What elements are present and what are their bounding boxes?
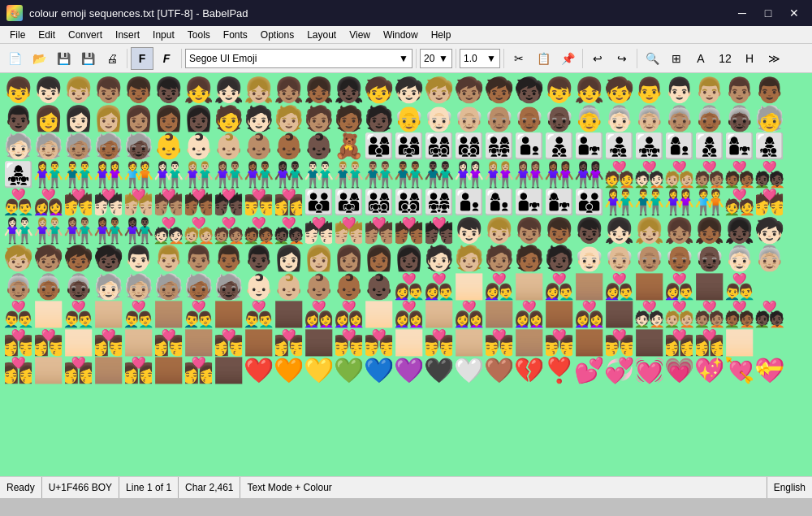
unicode-button[interactable]: A <box>689 47 712 70</box>
titlebar: 🎨 colour emoji sequences.txt [UTF-8] - B… <box>0 0 812 26</box>
minimize-button[interactable]: ─ <box>731 4 754 22</box>
font-size-selector[interactable]: 20 ▼ <box>420 49 452 68</box>
new-button[interactable]: 📄 <box>3 47 26 70</box>
status-position: U+1F466 BOY <box>42 477 119 498</box>
redo-button[interactable]: ↪ <box>611 47 633 70</box>
main-content[interactable]: 👦👦🏻👦🏼👦🏽👦🏾👦🏿👧👧🏻👧🏼👧🏽👧🏾👧🏿🧒🧒🏻🧒🏼🧒🏽🧒🏾🧒🏿👦👧🧒👨👨🏻👨… <box>0 73 812 476</box>
print-button[interactable]: 🖨 <box>101 47 123 70</box>
font-name-selector[interactable]: Segoe UI Emoji ▼ <box>185 49 412 68</box>
menu-tools[interactable]: Tools <box>181 28 217 42</box>
cut-button[interactable]: ✂ <box>508 47 530 70</box>
find-button[interactable]: 🔍 <box>641 47 663 70</box>
menu-fonts[interactable]: Fonts <box>217 28 254 42</box>
toolbar-separator-7 <box>637 49 637 68</box>
font-italic-button[interactable]: F <box>155 47 178 70</box>
copy-button[interactable]: 📋 <box>532 47 555 70</box>
menu-help[interactable]: Help <box>425 28 458 42</box>
font-bold-button[interactable]: F <box>131 47 153 70</box>
menu-layout[interactable]: Layout <box>300 28 343 42</box>
font-name-value: Segoe UI Emoji <box>189 53 257 64</box>
toolbar: 📄 📂 💾 💾 🖨 F F Segoe UI Emoji ▼ 20 ▼ 1.0 … <box>0 44 812 73</box>
maximize-button[interactable]: □ <box>757 4 780 22</box>
toolbar-separator-1 <box>127 49 127 68</box>
toolbar-separator-3 <box>416 49 417 68</box>
line-spacing-selector[interactable]: 1.0 ▼ <box>460 49 500 68</box>
paste-button[interactable]: 📌 <box>556 47 579 70</box>
font-size-value: 20 <box>424 53 434 64</box>
menu-options[interactable]: Options <box>254 28 300 42</box>
status-chars: Char 2,461 <box>179 477 240 498</box>
menu-file[interactable]: File <box>3 28 32 42</box>
statusbar: Ready U+1F466 BOY Line 1 of 1 Char 2,461… <box>0 476 812 498</box>
close-button[interactable]: ✕ <box>783 4 806 22</box>
font-name-dropdown-icon: ▼ <box>399 53 408 64</box>
app-icon: 🎨 <box>6 5 23 21</box>
save-as-button[interactable]: 💾 <box>76 47 99 70</box>
toolbar-separator-4 <box>456 49 456 68</box>
open-button[interactable]: 📂 <box>28 47 50 70</box>
window-controls: ─ □ ✕ <box>731 4 806 22</box>
window-title: colour emoji sequences.txt [UTF-8] - Bab… <box>29 7 248 20</box>
menu-insert[interactable]: Insert <box>109 28 146 42</box>
menu-input[interactable]: Input <box>146 28 181 42</box>
menu-view[interactable]: View <box>343 28 377 42</box>
menubar: File Edit Convert Insert Input Tools Fon… <box>0 26 812 44</box>
status-line: Line 1 of 1 <box>119 477 179 498</box>
undo-button[interactable]: ↩ <box>586 47 609 70</box>
font-size-dropdown-icon: ▼ <box>438 53 448 64</box>
line-spacing-value: 1.0 <box>464 53 477 64</box>
toolbar-separator-5 <box>503 49 504 68</box>
toolbar-separator-2 <box>181 49 182 68</box>
emoji-text: 👦👦🏻👦🏼👦🏽👦🏾👦🏿👧👧🏻👧🏼👧🏽👧🏾👧🏿🧒🧒🏻🧒🏼🧒🏽🧒🏾🧒🏿👦👧🧒👨👨🏻👨… <box>3 76 809 385</box>
char-map-button[interactable]: ⊞ <box>665 47 688 70</box>
toolbar-separator-6 <box>582 49 583 68</box>
save-button[interactable]: 💾 <box>52 47 75 70</box>
status-ready: Ready <box>0 477 42 498</box>
extra-button[interactable]: ≫ <box>762 47 785 70</box>
number-button[interactable]: 12 <box>714 47 736 70</box>
menu-edit[interactable]: Edit <box>32 28 62 42</box>
status-mode: Text Mode + Colour <box>240 477 767 498</box>
status-language: English <box>767 477 812 498</box>
menu-window[interactable]: Window <box>377 28 425 42</box>
menu-convert[interactable]: Convert <box>62 28 109 42</box>
hash-button[interactable]: H <box>738 47 761 70</box>
line-spacing-dropdown-icon: ▼ <box>486 53 496 64</box>
